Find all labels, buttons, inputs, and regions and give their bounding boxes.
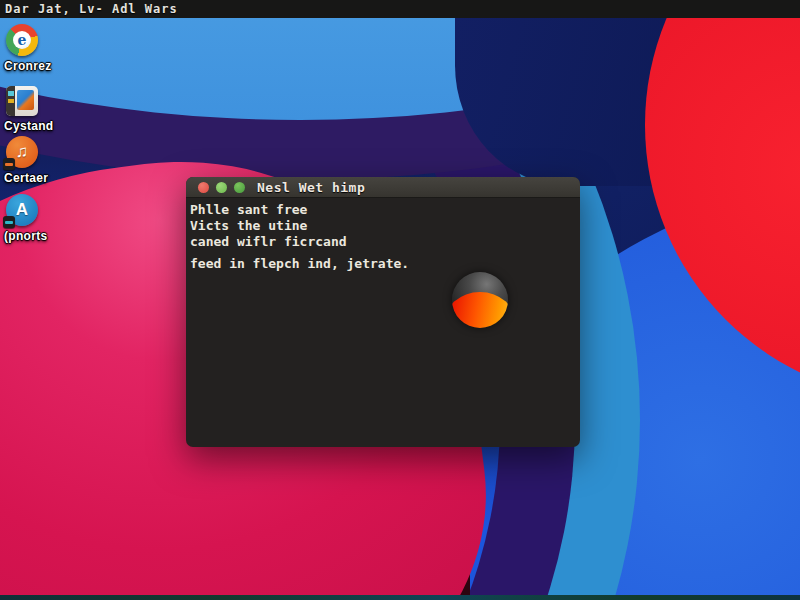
maximize-button[interactable] xyxy=(234,182,245,193)
music-badge xyxy=(3,158,15,170)
app-badge xyxy=(3,216,15,228)
terminal-line: Victs the utine xyxy=(190,218,580,233)
photo-thumbnail xyxy=(17,90,34,110)
desktop-icon-cystand[interactable]: Cystand xyxy=(2,84,66,133)
terminal-line: caned wiflr ficrcand xyxy=(190,234,580,249)
file-manager-icon xyxy=(6,86,38,116)
browser-e-glyph: e xyxy=(13,31,31,49)
thumb-snippet-yellow xyxy=(8,99,14,103)
terminal-line: Phlle sant free xyxy=(190,202,580,217)
desktop-icon-certaer[interactable]: ♫ Certaer xyxy=(2,136,66,185)
terminal-line: feed in flepch ind, jetrate. xyxy=(190,256,580,271)
app-a-glyph: A xyxy=(16,200,28,219)
desktop-icon-cronrez[interactable]: e Cronrez xyxy=(2,24,66,73)
icon-label-pnorts: (pnorts xyxy=(4,229,66,243)
window-title: Nesl Wet himp xyxy=(257,180,365,195)
close-button[interactable] xyxy=(198,182,209,193)
terminal-body[interactable]: Phlle sant free Victs the utine caned wi… xyxy=(186,198,580,446)
browser-icon: e xyxy=(6,24,38,56)
music-note-icon: ♫ xyxy=(6,136,38,168)
music-glyph: ♫ xyxy=(16,142,29,161)
terminal-titlebar[interactable]: Nesl Wet himp xyxy=(186,177,580,198)
menu-bar-title: Dar Jat, Lv- Adl Wars xyxy=(5,2,178,16)
icon-label-cystand: Cystand xyxy=(4,119,66,133)
sphere-logo xyxy=(452,272,508,328)
desktop-icon-pnorts[interactable]: A (pnorts xyxy=(2,194,66,243)
wallpaper-bottom-strip xyxy=(0,595,800,600)
icon-label-cronrez: Cronrez xyxy=(4,59,66,73)
terminal-window: Nesl Wet himp Phlle sant free Victs the … xyxy=(186,177,580,447)
minimize-button[interactable] xyxy=(216,182,227,193)
app-store-icon: A xyxy=(6,194,38,226)
thumb-snippet-blue xyxy=(8,91,14,96)
desktop: Dar Jat, Lv- Adl Wars e Cronrez Cystand … xyxy=(0,0,800,600)
menu-bar: Dar Jat, Lv- Adl Wars xyxy=(0,0,800,18)
icon-label-certaer: Certaer xyxy=(4,171,66,185)
